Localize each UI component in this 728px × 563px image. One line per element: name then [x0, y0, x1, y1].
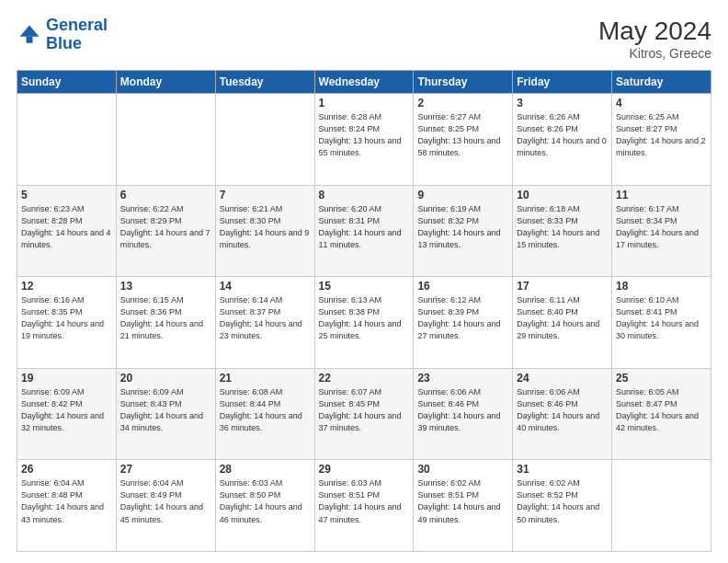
day-info: Sunrise: 6:10 AM Sunset: 8:41 PM Dayligh… [616, 294, 707, 342]
logo-line1: General [46, 16, 108, 34]
day-info: Sunrise: 6:15 AM Sunset: 8:36 PM Dayligh… [120, 294, 211, 342]
day-number: 27 [120, 463, 211, 476]
day-number: 26 [21, 463, 112, 476]
day-number: 11 [616, 189, 707, 201]
day-info: Sunrise: 6:02 AM Sunset: 8:52 PM Dayligh… [517, 477, 608, 525]
day-info: Sunrise: 6:09 AM Sunset: 8:43 PM Dayligh… [120, 386, 211, 434]
day-info: Sunrise: 6:16 AM Sunset: 8:35 PM Dayligh… [21, 294, 112, 342]
calendar-cell-5-7 [612, 460, 711, 552]
day-number: 4 [616, 97, 707, 109]
col-wednesday: Wednesday [314, 71, 414, 94]
calendar-cell-3-2: 13 Sunrise: 6:15 AM Sunset: 8:36 PM Dayl… [116, 277, 215, 369]
col-sunday: Sunday [17, 71, 117, 94]
header: General Blue May 2024 Kitros, Greece [17, 17, 711, 61]
day-info: Sunrise: 6:06 AM Sunset: 8:46 PM Dayligh… [517, 386, 608, 434]
day-info: Sunrise: 6:18 AM Sunset: 8:33 PM Dayligh… [517, 203, 608, 251]
calendar-cell-1-5: 2 Sunrise: 6:27 AM Sunset: 8:25 PM Dayli… [414, 94, 513, 186]
calendar-cell-2-4: 8 Sunrise: 6:20 AM Sunset: 8:31 PM Dayli… [314, 185, 414, 277]
day-number: 21 [220, 372, 311, 385]
calendar-cell-1-7: 4 Sunrise: 6:25 AM Sunset: 8:27 PM Dayli… [612, 94, 711, 186]
day-number: 31 [517, 463, 608, 476]
calendar-cell-2-3: 7 Sunrise: 6:21 AM Sunset: 8:30 PM Dayli… [215, 185, 314, 277]
calendar-cell-4-5: 23 Sunrise: 6:06 AM Sunset: 8:46 PM Dayl… [414, 368, 513, 460]
day-info: Sunrise: 6:20 AM Sunset: 8:31 PM Dayligh… [319, 203, 410, 251]
calendar-cell-3-1: 12 Sunrise: 6:16 AM Sunset: 8:35 PM Dayl… [17, 277, 117, 369]
day-number: 3 [517, 97, 608, 109]
day-number: 16 [417, 280, 508, 293]
day-info: Sunrise: 6:02 AM Sunset: 8:51 PM Dayligh… [417, 477, 508, 525]
calendar-week-5: 26 Sunrise: 6:04 AM Sunset: 8:48 PM Dayl… [17, 460, 711, 552]
day-info: Sunrise: 6:14 AM Sunset: 8:37 PM Dayligh… [220, 294, 311, 342]
day-number: 17 [517, 280, 608, 293]
day-number: 23 [417, 372, 508, 385]
day-info: Sunrise: 6:04 AM Sunset: 8:49 PM Dayligh… [120, 477, 211, 525]
day-number: 5 [21, 189, 112, 201]
calendar-week-3: 12 Sunrise: 6:16 AM Sunset: 8:35 PM Dayl… [17, 277, 711, 369]
col-tuesday: Tuesday [215, 71, 314, 94]
day-number: 25 [616, 372, 707, 385]
logo-icon [17, 22, 42, 48]
calendar-cell-4-4: 22 Sunrise: 6:07 AM Sunset: 8:45 PM Dayl… [314, 368, 414, 460]
calendar-cell-3-4: 15 Sunrise: 6:13 AM Sunset: 8:38 PM Dayl… [314, 277, 414, 369]
day-info: Sunrise: 6:08 AM Sunset: 8:44 PM Dayligh… [220, 386, 311, 434]
day-info: Sunrise: 6:21 AM Sunset: 8:30 PM Dayligh… [220, 203, 311, 251]
day-info: Sunrise: 6:26 AM Sunset: 8:26 PM Dayligh… [517, 111, 608, 159]
calendar-cell-2-1: 5 Sunrise: 6:23 AM Sunset: 8:28 PM Dayli… [17, 185, 117, 277]
calendar-header-row: Sunday Monday Tuesday Wednesday Thursday… [17, 71, 711, 94]
calendar-cell-5-5: 30 Sunrise: 6:02 AM Sunset: 8:51 PM Dayl… [414, 460, 513, 552]
day-number: 7 [220, 189, 311, 201]
day-info: Sunrise: 6:23 AM Sunset: 8:28 PM Dayligh… [21, 203, 112, 251]
day-info: Sunrise: 6:17 AM Sunset: 8:34 PM Dayligh… [616, 203, 707, 251]
svg-marker-0 [20, 25, 40, 36]
day-info: Sunrise: 6:05 AM Sunset: 8:47 PM Dayligh… [616, 386, 707, 434]
svg-rect-1 [27, 37, 33, 43]
calendar-cell-2-5: 9 Sunrise: 6:19 AM Sunset: 8:32 PM Dayli… [414, 185, 513, 277]
day-number: 13 [120, 280, 211, 293]
month-year: May 2024 [598, 17, 711, 46]
day-info: Sunrise: 6:27 AM Sunset: 8:25 PM Dayligh… [417, 111, 508, 159]
calendar-week-4: 19 Sunrise: 6:09 AM Sunset: 8:42 PM Dayl… [17, 368, 711, 460]
day-number: 19 [21, 372, 112, 385]
day-info: Sunrise: 6:09 AM Sunset: 8:42 PM Dayligh… [21, 386, 112, 434]
day-number: 9 [417, 189, 508, 201]
calendar-week-1: 1 Sunrise: 6:28 AM Sunset: 8:24 PM Dayli… [17, 94, 711, 186]
calendar-cell-2-2: 6 Sunrise: 6:22 AM Sunset: 8:29 PM Dayli… [116, 185, 215, 277]
calendar-cell-2-6: 10 Sunrise: 6:18 AM Sunset: 8:33 PM Dayl… [513, 185, 612, 277]
day-info: Sunrise: 6:28 AM Sunset: 8:24 PM Dayligh… [319, 111, 410, 159]
calendar-cell-5-3: 28 Sunrise: 6:03 AM Sunset: 8:50 PM Dayl… [215, 460, 314, 552]
day-number: 14 [220, 280, 311, 293]
calendar-cell-5-4: 29 Sunrise: 6:03 AM Sunset: 8:51 PM Dayl… [314, 460, 414, 552]
calendar-cell-1-1 [17, 94, 117, 186]
day-number: 18 [616, 280, 707, 293]
calendar-cell-1-6: 3 Sunrise: 6:26 AM Sunset: 8:26 PM Dayli… [513, 94, 612, 186]
calendar-table: Sunday Monday Tuesday Wednesday Thursday… [17, 70, 711, 552]
calendar-cell-3-3: 14 Sunrise: 6:14 AM Sunset: 8:37 PM Dayl… [215, 277, 314, 369]
day-info: Sunrise: 6:12 AM Sunset: 8:39 PM Dayligh… [417, 294, 508, 342]
logo: General Blue [17, 17, 108, 53]
day-number: 15 [319, 280, 410, 293]
calendar-week-2: 5 Sunrise: 6:23 AM Sunset: 8:28 PM Dayli… [17, 185, 711, 277]
col-monday: Monday [116, 71, 215, 94]
location: Kitros, Greece [598, 46, 711, 61]
calendar-cell-4-1: 19 Sunrise: 6:09 AM Sunset: 8:42 PM Dayl… [17, 368, 117, 460]
col-saturday: Saturday [612, 71, 711, 94]
day-info: Sunrise: 6:11 AM Sunset: 8:40 PM Dayligh… [517, 294, 608, 342]
logo-text: General Blue [46, 17, 108, 53]
day-info: Sunrise: 6:04 AM Sunset: 8:48 PM Dayligh… [21, 477, 112, 525]
calendar-cell-1-3 [215, 94, 314, 186]
calendar-cell-2-7: 11 Sunrise: 6:17 AM Sunset: 8:34 PM Dayl… [612, 185, 711, 277]
calendar-cell-1-2 [116, 94, 215, 186]
title-block: May 2024 Kitros, Greece [598, 17, 711, 61]
day-number: 8 [319, 189, 410, 201]
calendar-cell-1-4: 1 Sunrise: 6:28 AM Sunset: 8:24 PM Dayli… [314, 94, 414, 186]
calendar-cell-4-3: 21 Sunrise: 6:08 AM Sunset: 8:44 PM Dayl… [215, 368, 314, 460]
col-thursday: Thursday [414, 71, 513, 94]
calendar-cell-3-6: 17 Sunrise: 6:11 AM Sunset: 8:40 PM Dayl… [513, 277, 612, 369]
day-number: 12 [21, 280, 112, 293]
day-info: Sunrise: 6:25 AM Sunset: 8:27 PM Dayligh… [616, 111, 707, 159]
day-info: Sunrise: 6:03 AM Sunset: 8:51 PM Dayligh… [319, 477, 410, 525]
day-number: 22 [319, 372, 410, 385]
day-number: 6 [120, 189, 211, 201]
day-number: 24 [517, 372, 608, 385]
calendar-cell-5-6: 31 Sunrise: 6:02 AM Sunset: 8:52 PM Dayl… [513, 460, 612, 552]
